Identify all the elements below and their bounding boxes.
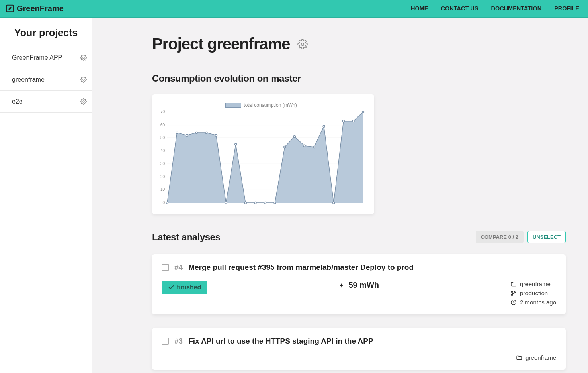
svg-point-25 [205, 132, 207, 134]
analysis-card[interactable]: #3 Fix API url to use the HTTPS staging … [152, 328, 566, 370]
svg-point-1 [83, 57, 84, 59]
svg-point-27 [225, 202, 227, 204]
svg-point-26 [215, 134, 217, 136]
nav-home[interactable]: HOME [411, 5, 428, 12]
svg-point-44 [511, 294, 512, 295]
svg-point-42 [511, 291, 512, 292]
consumption-chart: total consumption (mWh) 010203040506070 [152, 94, 374, 214]
project-settings-gear-icon[interactable] [297, 39, 308, 49]
sidebar-item-label: greenframe [12, 76, 45, 83]
analysis-meta: greenframe production 2 months ago [510, 281, 556, 306]
svg-text:20: 20 [160, 175, 165, 179]
compare-button: COMPARE 0 / 2 [476, 231, 524, 243]
svg-point-34 [293, 135, 295, 137]
svg-point-2 [83, 79, 84, 80]
sidebar-item-label: e2e [12, 98, 23, 105]
svg-point-29 [244, 202, 246, 204]
unselect-button[interactable]: UNSELECT [527, 231, 566, 243]
check-icon [168, 284, 174, 291]
sidebar: Your projects GreenFrame APP greenframe … [0, 18, 92, 373]
project-list: GreenFrame APP greenframe e2e [0, 47, 92, 113]
brand[interactable]: GreenFrame [6, 4, 64, 13]
chart-plot: 010203040506070 [156, 110, 366, 209]
svg-point-31 [264, 202, 266, 204]
analysis-id: #4 [174, 263, 183, 272]
analyses-header: Latest analyses COMPARE 0 / 2 UNSELECT [152, 231, 566, 243]
svg-point-4 [301, 43, 304, 45]
svg-point-30 [254, 202, 256, 204]
gear-icon[interactable] [79, 97, 88, 106]
status-text: finished [177, 284, 201, 291]
page-header: Project greenframe [152, 35, 566, 53]
svg-point-24 [195, 132, 197, 134]
svg-point-23 [186, 134, 188, 136]
analysis-meta: greenframe [516, 354, 556, 361]
bolt-icon [339, 281, 344, 289]
analyses-title: Latest analyses [152, 232, 220, 243]
meta-time: 2 months ago [510, 299, 556, 306]
analysis-id: #3 [174, 337, 183, 346]
analysis-title: Merge pull request #395 from marmelab/ma… [188, 263, 414, 272]
svg-point-43 [514, 291, 516, 292]
meta-project: greenframe [516, 354, 556, 361]
sidebar-item-e2e[interactable]: e2e [0, 91, 92, 113]
page-title: Project greenframe [152, 35, 290, 53]
sidebar-item-label: GreenFrame APP [12, 54, 62, 61]
svg-point-40 [352, 120, 354, 122]
legend-swatch [225, 103, 241, 108]
gear-icon[interactable] [79, 53, 88, 62]
svg-text:40: 40 [160, 149, 165, 153]
svg-text:10: 10 [160, 187, 165, 192]
svg-point-28 [235, 143, 237, 145]
svg-point-35 [303, 145, 305, 147]
svg-point-36 [313, 146, 315, 148]
svg-text:30: 30 [160, 161, 165, 166]
nav-links: HOME CONTACT US DOCUMENTATION PROFILE [411, 5, 579, 12]
svg-text:70: 70 [160, 110, 165, 114]
folder-icon [510, 281, 517, 287]
analysis-title: Fix API url to use the HTTPS staging API… [188, 337, 373, 346]
svg-point-33 [284, 146, 286, 148]
analyses-actions: COMPARE 0 / 2 UNSELECT [476, 231, 566, 243]
svg-point-3 [83, 101, 84, 102]
svg-point-32 [274, 202, 276, 204]
svg-point-21 [166, 202, 168, 204]
status-badge: finished [162, 281, 207, 294]
svg-point-37 [323, 125, 325, 127]
brand-text: GreenFrame [17, 4, 64, 13]
chart-legend: total consumption (mWh) [156, 102, 366, 108]
chart-section-title: Consumption evolution on master [152, 73, 566, 84]
svg-text:60: 60 [160, 123, 165, 127]
nav-docs[interactable]: DOCUMENTATION [491, 5, 541, 12]
svg-point-22 [176, 132, 178, 134]
svg-point-39 [342, 120, 344, 122]
legend-label: total consumption (mWh) [244, 102, 297, 108]
meta-branch: production [510, 290, 556, 296]
analysis-card[interactable]: #4 Merge pull request #395 from marmelab… [152, 254, 566, 314]
svg-point-41 [362, 111, 364, 113]
folder-icon [516, 355, 522, 361]
clock-icon [510, 299, 517, 306]
meta-project: greenframe [510, 281, 556, 287]
svg-text:50: 50 [160, 135, 165, 140]
analysis-checkbox[interactable] [162, 264, 169, 271]
analysis-checkbox[interactable] [162, 338, 169, 345]
leaf-logo-icon [6, 4, 14, 13]
main-content: Project greenframe Consumption evolution… [92, 18, 588, 373]
nav-contact[interactable]: CONTACT US [441, 5, 478, 12]
sidebar-item-greenframe[interactable]: greenframe [0, 69, 92, 91]
top-nav: GreenFrame HOME CONTACT US DOCUMENTATION… [0, 0, 588, 18]
branch-icon [510, 290, 517, 296]
svg-text:0: 0 [162, 200, 165, 205]
sidebar-item-greenframe-app[interactable]: GreenFrame APP [0, 47, 92, 69]
nav-profile[interactable]: PROFILE [554, 5, 579, 12]
consumption-value: 59 mWh [339, 281, 379, 290]
svg-point-38 [333, 202, 335, 204]
sidebar-title: Your projects [0, 24, 92, 47]
gear-icon[interactable] [79, 75, 88, 84]
